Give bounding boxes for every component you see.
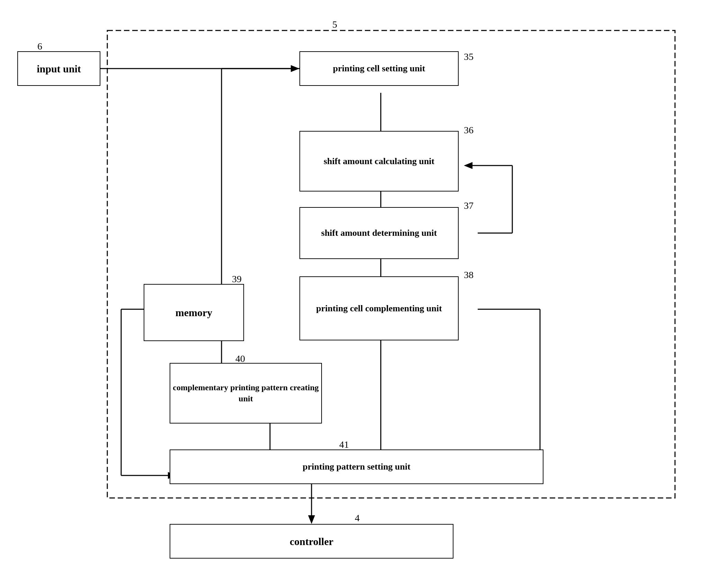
input-unit-box: input unit <box>17 51 100 86</box>
shift-amount-determining-box: shift amount determining unit <box>299 207 459 259</box>
ref-label-39: 39 <box>232 274 242 285</box>
ref-label-40: 40 <box>235 353 245 364</box>
ref-label-38: 38 <box>464 269 474 280</box>
memory-box: memory <box>144 284 244 341</box>
diagram: input unit printing cell setting unit sh… <box>0 0 702 588</box>
svg-marker-21 <box>464 162 472 169</box>
ref-label-4: 4 <box>355 513 360 524</box>
shift-amount-calculating-box: shift amount calculating unit <box>299 131 459 191</box>
ref-label-5: 5 <box>332 19 337 30</box>
ref-label-36: 36 <box>464 125 474 136</box>
ref-label-35: 35 <box>464 51 474 62</box>
svg-marker-26 <box>308 515 315 524</box>
controller-box: controller <box>170 524 453 559</box>
ref-label-37: 37 <box>464 200 474 211</box>
svg-rect-0 <box>107 30 675 498</box>
ref-label-41: 41 <box>339 439 349 450</box>
printing-pattern-setting-box: printing pattern setting unit <box>170 449 543 484</box>
printing-cell-complementing-box: printing cell complementing unit <box>299 276 459 340</box>
ref-label-6: 6 <box>37 41 42 52</box>
complementary-printing-box: complementary printing pattern creating … <box>170 363 322 424</box>
printing-cell-setting-box: printing cell setting unit <box>299 51 459 86</box>
